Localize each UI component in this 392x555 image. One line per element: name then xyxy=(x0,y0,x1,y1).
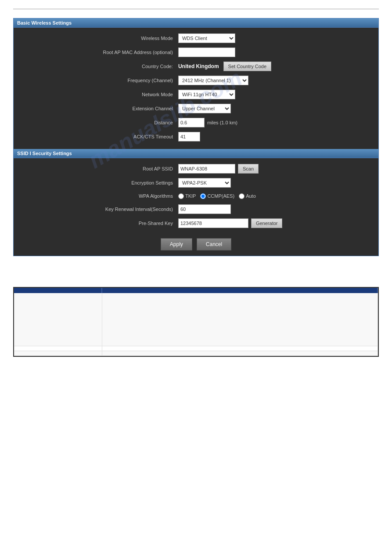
root-ap-ssid-row: Root AP SSID Scan xyxy=(14,162,378,176)
root-ap-ssid-control: Scan xyxy=(178,164,374,174)
root-ap-ssid-input[interactable] xyxy=(178,164,235,174)
root-ap-mac-control xyxy=(178,47,374,57)
ssid-security-section-header: SSID I Security Settings xyxy=(14,149,378,158)
table-cell-3-2 xyxy=(102,351,378,355)
network-mode-label: Network Mode xyxy=(18,92,178,97)
distance-label: Distance xyxy=(18,120,178,125)
frequency-select[interactable]: 2412 MHz (Channel 1) 2437 MHz (Channel 6… xyxy=(178,76,248,85)
root-ap-mac-label: Root AP MAC Address (optional) xyxy=(18,50,178,55)
basic-wireless-title: Basic Wireless Settings xyxy=(17,20,72,25)
extension-channel-label: Extension Channel xyxy=(18,106,178,111)
top-divider xyxy=(13,9,379,9)
table-header-col1 xyxy=(14,288,102,293)
key-renewal-input[interactable] xyxy=(178,204,231,214)
table-cell-1-2 xyxy=(102,293,378,346)
network-mode-row: Network Mode WiFi 11gn HT40 WiFi 11g WiF… xyxy=(14,87,378,102)
bottom-table xyxy=(14,288,378,356)
network-mode-control: WiFi 11gn HT40 WiFi 11g WiFi 11b xyxy=(178,90,374,99)
wpa-radio-group: TKIP CCMP(AES) Auto xyxy=(178,193,256,199)
wireless-mode-control: WDS Client AP Client WDS AP WDS Station xyxy=(178,33,374,43)
scan-button[interactable]: Scan xyxy=(238,164,259,174)
pre-shared-key-input[interactable] xyxy=(178,218,248,228)
wireless-mode-select[interactable]: WDS Client AP Client WDS AP WDS Station xyxy=(178,33,235,43)
apply-button[interactable]: Apply xyxy=(161,238,192,250)
frequency-label: Frequency (Channel) xyxy=(18,78,178,83)
ssid-settings-table: Root AP SSID Scan Encryption Settings WP… xyxy=(14,158,378,234)
key-renewal-row: Key Renewal Interval(Seconds) xyxy=(14,202,378,216)
table-row xyxy=(14,293,378,346)
ssid-security-title: SSID I Security Settings xyxy=(17,151,72,156)
distance-unit: miles (1.0 km) xyxy=(207,120,237,125)
encryption-settings-row: Encryption Settings WPA2-PSK WPA-PSK WEP… xyxy=(14,176,378,190)
root-ap-ssid-label: Root AP SSID xyxy=(18,166,178,171)
ack-timeout-control xyxy=(178,132,374,141)
auto-label: Auto xyxy=(246,193,256,199)
basic-settings-table: Wireless Mode WDS Client AP Client WDS A… xyxy=(14,28,378,147)
table-header-col2 xyxy=(102,288,378,293)
country-code-label: Country Code: xyxy=(18,64,178,69)
distance-row: Distance miles (1.0 km) xyxy=(14,116,378,130)
wireless-mode-row: Wireless Mode WDS Client AP Client WDS A… xyxy=(14,31,378,45)
ack-timeout-label: ACK/CTS Timeout xyxy=(18,134,178,139)
root-ap-mac-row: Root AP MAC Address (optional) xyxy=(14,45,378,59)
wpa-algorithms-label: WPA Algorithms xyxy=(18,193,178,199)
extension-channel-select[interactable]: Upper Channel Lower Channel xyxy=(178,104,231,113)
distance-control: miles (1.0 km) xyxy=(178,118,374,127)
pre-shared-key-control: Generator xyxy=(178,218,374,228)
country-code-control: United Kingdom Set Country Code xyxy=(178,62,374,71)
table-cell-1-1 xyxy=(14,293,102,346)
wpa-algorithms-row: WPA Algorithms TKIP CCMP(AES) xyxy=(14,190,378,202)
basic-wireless-settings-panel: Basic Wireless Settings Wireless Mode WD… xyxy=(13,18,379,256)
pre-shared-key-label: Pre-Shared Key xyxy=(18,221,178,226)
basic-wireless-section-header: Basic Wireless Settings xyxy=(14,18,378,28)
generator-button[interactable]: Generator xyxy=(251,218,283,228)
tkip-radio-label[interactable]: TKIP xyxy=(178,193,196,199)
ccmp-label: CCMP(AES) xyxy=(207,193,234,199)
wireless-mode-label: Wireless Mode xyxy=(18,36,178,41)
tkip-label: TKIP xyxy=(185,193,196,199)
table-cell-2-2 xyxy=(102,346,378,351)
distance-input[interactable] xyxy=(178,118,205,127)
extension-channel-control: Upper Channel Lower Channel xyxy=(178,104,374,113)
table-row xyxy=(14,346,378,351)
encryption-settings-label: Encryption Settings xyxy=(18,180,178,185)
key-renewal-label: Key Renewal Interval(Seconds) xyxy=(18,207,178,212)
table-cell-2-1 xyxy=(14,346,102,351)
table-cell-3-1 xyxy=(14,351,102,355)
extension-channel-row: Extension Channel Upper Channel Lower Ch… xyxy=(14,102,378,116)
ack-timeout-input[interactable] xyxy=(178,132,200,141)
set-country-code-button[interactable]: Set Country Code xyxy=(223,62,271,71)
key-renewal-control xyxy=(178,204,374,214)
root-ap-mac-input[interactable] xyxy=(178,47,235,57)
auto-radio-label[interactable]: Auto xyxy=(239,193,256,199)
table-header-row xyxy=(14,288,378,293)
form-buttons: Apply Cancel xyxy=(14,234,378,256)
bottom-table-container xyxy=(13,287,379,357)
frequency-row: Frequency (Channel) 2412 MHz (Channel 1)… xyxy=(14,73,378,87)
ack-timeout-row: ACK/CTS Timeout xyxy=(14,130,378,144)
table-row xyxy=(14,351,378,355)
encryption-settings-select[interactable]: WPA2-PSK WPA-PSK WEP None xyxy=(178,178,231,188)
wpa-algorithms-control: TKIP CCMP(AES) Auto xyxy=(178,193,374,199)
pre-shared-key-row: Pre-Shared Key Generator xyxy=(14,216,378,230)
encryption-settings-control: WPA2-PSK WPA-PSK WEP None xyxy=(178,178,374,188)
spacer xyxy=(13,269,379,283)
cancel-button[interactable]: Cancel xyxy=(197,238,231,250)
country-code-value: United Kingdom xyxy=(178,63,219,69)
country-code-row: Country Code: United Kingdom Set Country… xyxy=(14,59,378,73)
frequency-control: 2412 MHz (Channel 1) 2437 MHz (Channel 6… xyxy=(178,76,374,85)
ccmp-radio-label[interactable]: CCMP(AES) xyxy=(200,193,234,199)
ccmp-radio[interactable] xyxy=(200,193,206,199)
auto-radio[interactable] xyxy=(239,193,245,199)
tkip-radio[interactable] xyxy=(178,193,184,199)
network-mode-select[interactable]: WiFi 11gn HT40 WiFi 11g WiFi 11b xyxy=(178,90,235,99)
